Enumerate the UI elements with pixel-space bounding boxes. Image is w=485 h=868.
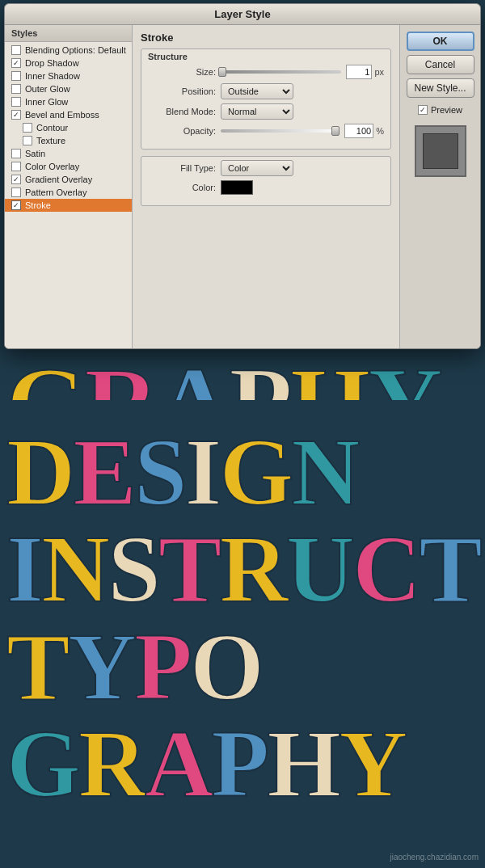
- stroke-title: Stroke: [141, 32, 391, 44]
- style-item-drop-shadow[interactable]: Drop Shadow: [5, 57, 132, 70]
- bg-partial-line: GRAPHY: [0, 352, 485, 400]
- blend-mode-row: Blend Mode: Normal Multiply Screen Overl…: [148, 103, 384, 120]
- opacity-field: %: [221, 124, 384, 138]
- fill-section: Fill Type: Color Gradient Pattern: [141, 156, 391, 206]
- color-preview-swatch[interactable]: [221, 180, 253, 195]
- watermark: jiaocheng.chazidian.com: [390, 853, 479, 862]
- options-panel: Stroke Structure Size:: [133, 25, 399, 348]
- bg-main-text: DESIGN INSTRUCT TYPO GRAPHY: [0, 400, 485, 813]
- size-row: Size: px: [148, 65, 384, 79]
- style-item-gradient-overlay[interactable]: Gradient Overlay: [5, 173, 132, 186]
- checkbox-inner-shadow[interactable]: [11, 71, 21, 81]
- dialog-title: Layer Style: [214, 8, 270, 20]
- style-item-color-overlay[interactable]: Color Overlay: [5, 160, 132, 173]
- color-field: [221, 180, 384, 195]
- checkbox-color-overlay[interactable]: [11, 162, 21, 171]
- style-item-contour[interactable]: Contour: [5, 121, 132, 134]
- position-row: Position: Outside Inside Center: [148, 83, 384, 99]
- size-input[interactable]: [346, 65, 372, 79]
- size-slider-thumb[interactable]: [218, 67, 226, 77]
- cancel-button[interactable]: Cancel: [407, 55, 474, 74]
- bg-line-typo: TYPO: [6, 619, 479, 716]
- size-slider-container: [221, 70, 346, 74]
- preview-row: ✓ Preview: [418, 105, 462, 115]
- preview-box: [415, 125, 466, 177]
- opacity-row: Opacity: %: [148, 124, 384, 138]
- position-select[interactable]: Outside Inside Center: [221, 83, 293, 99]
- preview-label: Preview: [431, 105, 462, 115]
- position-field: Outside Inside Center: [221, 83, 384, 99]
- checkbox-bevel[interactable]: [11, 110, 21, 120]
- style-item-bevel[interactable]: Bevel and Emboss: [5, 108, 132, 121]
- style-item-inner-shadow[interactable]: Inner Shadow: [5, 70, 132, 82]
- style-item-satin[interactable]: Satin: [5, 147, 132, 160]
- checkbox-blending[interactable]: [11, 45, 21, 55]
- styles-panel: Styles Blending Options: Default Drop Sh…: [5, 25, 133, 348]
- fill-type-label: Fill Type:: [148, 163, 221, 173]
- blend-mode-field: Normal Multiply Screen Overlay: [221, 103, 384, 120]
- size-field: px: [221, 65, 384, 79]
- dialog-titlebar: Layer Style: [5, 4, 480, 25]
- layer-style-dialog: Layer Style Styles Blending Options: Def…: [4, 3, 481, 349]
- opacity-input[interactable]: [344, 124, 373, 138]
- structure-inner: Size: px: [141, 61, 390, 149]
- background-typography: GRAPHY DESIGN INSTRUCT TYPO GRAPHY: [0, 348, 485, 868]
- position-label: Position:: [148, 86, 221, 96]
- styles-list[interactable]: Blending Options: Default Drop Shadow In…: [5, 42, 132, 348]
- checkbox-satin[interactable]: [11, 149, 21, 158]
- opacity-slider-thumb[interactable]: [331, 126, 340, 136]
- blend-mode-select[interactable]: Normal Multiply Screen Overlay: [221, 103, 293, 120]
- color-row: Color:: [148, 180, 384, 195]
- style-item-inner-glow[interactable]: Inner Glow: [5, 95, 132, 108]
- fill-inner: Fill Type: Color Gradient Pattern: [141, 157, 390, 205]
- ok-button[interactable]: OK: [407, 32, 474, 51]
- structure-section: Structure Size:: [141, 48, 391, 150]
- checkbox-gradient-overlay[interactable]: [11, 175, 21, 184]
- checkbox-drop-shadow[interactable]: [11, 58, 21, 68]
- blend-mode-label: Blend Mode:: [148, 107, 221, 116]
- checkbox-pattern-overlay[interactable]: [11, 188, 21, 197]
- size-slider-track[interactable]: [221, 70, 341, 74]
- preview-inner: [423, 133, 458, 169]
- opacity-unit: %: [376, 126, 384, 136]
- checkbox-outer-glow[interactable]: [11, 84, 21, 94]
- style-item-stroke[interactable]: Stroke: [5, 199, 132, 212]
- bg-line-design: DESIGN: [6, 424, 479, 521]
- opacity-slider-track[interactable]: [221, 129, 340, 133]
- styles-header: Styles: [5, 25, 132, 42]
- bg-line-graphy: GRAPHY: [6, 716, 479, 813]
- style-item-pattern-overlay[interactable]: Pattern Overlay: [5, 186, 132, 199]
- opacity-label: Opacity:: [148, 126, 221, 136]
- new-style-button[interactable]: New Style...: [407, 78, 474, 98]
- structure-title: Structure: [141, 49, 390, 61]
- size-unit: px: [374, 67, 384, 77]
- dialog-overlay: Layer Style Styles Blending Options: Def…: [0, 0, 485, 348]
- checkbox-texture[interactable]: [23, 136, 32, 145]
- opacity-slider-container: [221, 129, 344, 133]
- fill-type-select[interactable]: Color Gradient Pattern: [221, 160, 293, 176]
- preview-checkbox[interactable]: ✓: [418, 105, 428, 115]
- fill-type-field: Color Gradient Pattern: [221, 160, 384, 176]
- color-label: Color:: [148, 183, 221, 192]
- style-item-outer-glow[interactable]: Outer Glow: [5, 82, 132, 95]
- fill-type-row: Fill Type: Color Gradient Pattern: [148, 160, 384, 176]
- bg-line-instruct: INSTRUCT: [6, 521, 479, 618]
- dialog-body: Styles Blending Options: Default Drop Sh…: [5, 25, 480, 348]
- checkbox-inner-glow[interactable]: [11, 97, 21, 107]
- buttons-panel: OK Cancel New Style... ✓ Preview: [399, 25, 480, 348]
- checkbox-stroke[interactable]: [11, 200, 21, 210]
- checkbox-contour[interactable]: [23, 123, 32, 133]
- size-label: Size:: [148, 67, 221, 77]
- style-item-blending[interactable]: Blending Options: Default: [5, 44, 132, 57]
- style-item-texture[interactable]: Texture: [5, 134, 132, 147]
